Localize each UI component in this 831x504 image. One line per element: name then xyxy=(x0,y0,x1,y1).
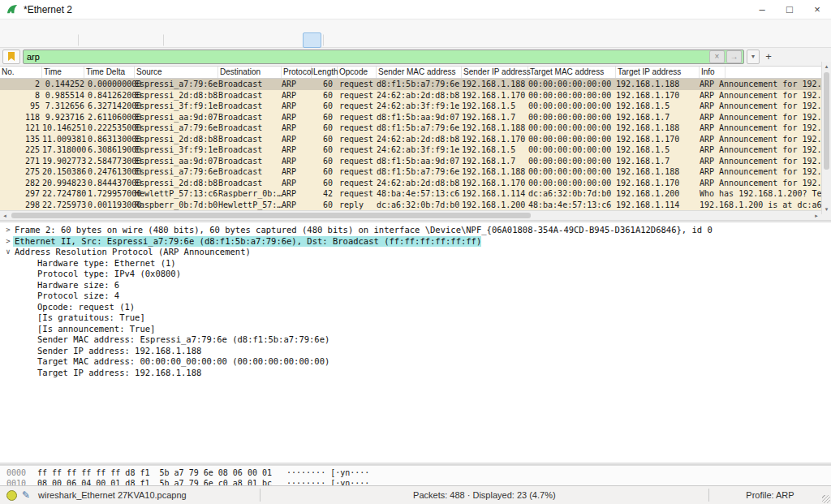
auto-scroll-icon[interactable] xyxy=(284,32,303,48)
expander-icon[interactable]: > xyxy=(3,236,13,248)
capture-comment-icon[interactable]: ✎ xyxy=(22,489,30,501)
hscroll-thumb[interactable] xyxy=(11,213,531,218)
go-to-packet-icon[interactable] xyxy=(228,32,247,48)
column-header-target-ip[interactable]: Target IP address xyxy=(616,67,700,78)
expander-icon[interactable] xyxy=(3,302,13,313)
go-back-icon[interactable] xyxy=(191,32,209,48)
profile-selector[interactable]: Profile: ARP xyxy=(709,490,831,500)
menu-item[interactable] xyxy=(81,25,93,27)
packet-row[interactable]: 8 0.985514 0.841262000 Espressi_2d:d8:b8… xyxy=(0,90,831,101)
detail-line[interactable]: Sender MAC address: Espressi_a7:79:6e (d… xyxy=(0,334,831,346)
column-header-dest[interactable]: Destination xyxy=(218,67,282,78)
resize-columns-icon[interactable] xyxy=(388,32,407,48)
detail-line[interactable]: > Frame 2: 60 bytes on wire (480 bits), … xyxy=(0,225,831,236)
detail-line[interactable]: Target MAC address: 00:00:00_00:00:00 (0… xyxy=(0,356,831,368)
detail-line[interactable]: Hardware size: 6 xyxy=(0,280,831,291)
expander-icon[interactable] xyxy=(3,334,13,346)
expander-icon[interactable] xyxy=(3,312,13,324)
minimize-button[interactable]: – xyxy=(748,0,776,19)
toolbar-separator[interactable] xyxy=(323,34,330,46)
scroll-left-icon[interactable]: ◂ xyxy=(0,211,10,220)
column-header-time[interactable]: Time xyxy=(42,67,84,78)
start-capture-icon[interactable] xyxy=(2,32,20,48)
packet-row[interactable]: 2 0.144252 0.000000000 Espressi_a7:79:6e… xyxy=(0,79,831,90)
filter-bookmark-button[interactable] xyxy=(2,50,20,64)
zoom-out-icon[interactable] xyxy=(351,32,369,48)
menu-item[interactable] xyxy=(24,25,36,27)
detail-line[interactable]: > Ethernet II, Src: Espressi_a7:79:6e (d… xyxy=(0,236,831,248)
display-filter-input[interactable] xyxy=(24,51,709,62)
packet-row[interactable]: 95 7.312656 6.327142000 Espressi_3f:f9:1… xyxy=(0,101,831,112)
detail-line[interactable]: ∨ Address Resolution Protocol (ARP Annou… xyxy=(0,247,831,258)
packet-row[interactable]: 298 22.725973 0.001193000 Raspberr_0b:7d… xyxy=(0,200,831,211)
find-packet-icon[interactable] xyxy=(172,32,191,48)
column-header-target-mac[interactable]: Target MAC address xyxy=(528,67,616,78)
expander-icon[interactable] xyxy=(3,269,13,280)
expander-icon[interactable] xyxy=(3,291,13,302)
menu-item[interactable] xyxy=(2,25,13,27)
menu-item[interactable] xyxy=(47,25,58,27)
expander-icon[interactable]: > xyxy=(3,225,13,236)
expander-icon[interactable] xyxy=(3,346,13,357)
expander-icon[interactable] xyxy=(3,324,13,335)
capture-options-icon[interactable] xyxy=(58,32,76,48)
packet-row[interactable]: 225 17.318000 6.308619000 Espressi_3f:f9… xyxy=(0,144,831,156)
go-forward-icon[interactable] xyxy=(209,32,228,48)
first-packet-icon[interactable] xyxy=(247,32,265,48)
resize-grip[interactable] xyxy=(822,495,830,503)
detail-line[interactable]: Sender IP address: 192.168.1.188 xyxy=(0,346,831,357)
column-header-info[interactable]: Info xyxy=(700,67,726,78)
restart-capture-icon[interactable] xyxy=(39,32,58,48)
menu-item[interactable] xyxy=(115,25,127,27)
toolbar-separator[interactable] xyxy=(163,34,170,46)
detail-line[interactable]: Protocol type: IPv4 (0x0800) xyxy=(0,269,831,280)
colorize-icon[interactable] xyxy=(303,32,321,48)
menu-item[interactable] xyxy=(58,25,70,27)
close-file-icon[interactable] xyxy=(124,32,143,48)
column-header-no[interactable]: No. xyxy=(0,67,42,78)
toolbar-separator[interactable] xyxy=(78,34,85,46)
column-header-delta[interactable]: Time Delta xyxy=(84,67,135,78)
stop-capture-icon[interactable] xyxy=(20,32,39,48)
vscroll-thumb[interactable] xyxy=(824,72,829,170)
detail-line[interactable]: Opcode: request (1) xyxy=(0,302,831,313)
expander-icon[interactable] xyxy=(3,368,13,379)
detail-line[interactable]: [Is announcement: True] xyxy=(0,324,831,335)
scroll-down-icon[interactable]: ▾ xyxy=(822,205,831,214)
menu-item[interactable] xyxy=(93,25,104,27)
column-header-sender-mac[interactable]: Sender MAC address xyxy=(377,67,462,78)
packet-row[interactable]: 135 11.009381 0.863130000 Espressi_2d:d8… xyxy=(0,134,831,145)
menu-item[interactable] xyxy=(13,25,24,27)
column-header-protocol[interactable]: Protocol xyxy=(282,67,312,78)
menu-item[interactable] xyxy=(36,25,47,27)
menu-item[interactable] xyxy=(70,25,81,27)
open-file-icon[interactable] xyxy=(87,32,105,48)
packet-row[interactable]: 282 20.994823 0.844437000 Espressi_2d:d8… xyxy=(0,178,831,189)
expander-icon[interactable] xyxy=(3,356,13,368)
save-file-icon[interactable] xyxy=(105,32,124,48)
scroll-right-icon[interactable]: ▸ xyxy=(812,211,821,220)
hex-row[interactable]: 0000 ff ff ff ff ff ff d8 f1 5b a7 79 6e… xyxy=(0,468,831,479)
column-header-length[interactable]: Length xyxy=(312,67,338,78)
filter-add-button[interactable]: + xyxy=(762,50,775,63)
zoom-in-icon[interactable] xyxy=(332,32,351,48)
column-header-opcode[interactable]: Opcode xyxy=(338,67,377,78)
close-button[interactable]: × xyxy=(803,0,831,19)
packet-row[interactable]: 121 10.146251 0.222535000 Espressi_a7:79… xyxy=(0,123,831,134)
column-header-sender-ip[interactable]: Sender IP address xyxy=(462,67,528,78)
expert-info-icon[interactable] xyxy=(6,490,17,501)
filter-dropdown-icon[interactable]: ▾ xyxy=(747,50,760,64)
packet-row[interactable]: 118 9.923716 2.611060000 Espressi_aa:9d:… xyxy=(0,112,831,123)
last-packet-icon[interactable] xyxy=(265,32,284,48)
zoom-reset-icon[interactable] xyxy=(369,32,388,48)
expander-icon[interactable] xyxy=(3,280,13,291)
expander-icon[interactable] xyxy=(3,258,13,269)
column-header-source[interactable]: Source xyxy=(135,67,218,78)
detail-line[interactable]: Target IP address: 192.168.1.188 xyxy=(0,368,831,379)
packet-row[interactable]: 275 20.150386 0.247613000 Espressi_a7:79… xyxy=(0,166,831,178)
packet-row[interactable]: 297 22.724780 1.729957000 HewlettP_57:13… xyxy=(0,188,831,200)
expander-icon[interactable]: ∨ xyxy=(3,247,13,258)
scroll-up-icon[interactable]: ▴ xyxy=(822,62,831,71)
maximize-button[interactable]: □ xyxy=(776,0,803,19)
packet-row[interactable]: 271 19.902773 2.584773000 Espressi_aa:9d… xyxy=(0,156,831,167)
